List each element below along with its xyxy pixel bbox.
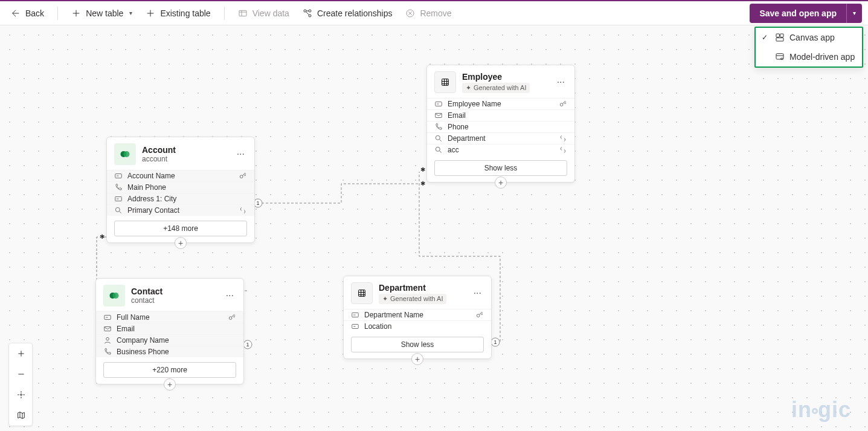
table-row[interactable]: Location xyxy=(344,320,491,332)
table-row[interactable]: Address 1: City xyxy=(107,193,254,204)
canvas-app-label: Canvas app xyxy=(789,33,835,42)
show-more-button[interactable]: +220 more xyxy=(103,362,236,378)
card-title: Contact xyxy=(131,287,162,296)
table-card-department[interactable]: Department ✦ Generated with AI ··· Depar… xyxy=(343,276,492,359)
table-grid-icon xyxy=(351,282,373,304)
lookup-link-icon xyxy=(239,206,247,215)
new-table-button[interactable]: New table ▾ xyxy=(66,6,137,21)
create-relationships-button[interactable]: Create relationships xyxy=(298,6,397,21)
svg-rect-0 xyxy=(239,10,246,16)
fit-view-button[interactable] xyxy=(9,384,33,405)
canvas-app-option[interactable]: ✓ Canvas app xyxy=(756,28,862,47)
svg-point-9 xyxy=(780,58,783,60)
watermark-logo: ingic xyxy=(791,397,851,423)
text-field-icon xyxy=(434,100,443,108)
add-column-button[interactable]: + xyxy=(175,237,187,249)
lookup-link-icon xyxy=(559,146,567,154)
remove-button: Remove xyxy=(400,6,456,21)
text-field-icon xyxy=(351,322,359,331)
existing-table-button[interactable]: Existing table xyxy=(141,6,215,21)
minimap-button[interactable] xyxy=(9,405,33,426)
zoom-in-button[interactable] xyxy=(9,343,33,364)
relationships-icon xyxy=(303,8,312,18)
lookup-link-icon xyxy=(559,134,567,143)
svg-point-41 xyxy=(21,394,22,396)
view-data-button: View data xyxy=(233,6,294,21)
table-row[interactable]: Department xyxy=(427,132,574,144)
card-subtitle: account xyxy=(142,155,176,163)
existing-table-label: Existing table xyxy=(160,8,210,18)
card-menu-button[interactable]: ··· xyxy=(471,287,484,300)
chevron-down-icon: ▾ xyxy=(853,10,856,16)
top-toolbar: Back New table ▾ Existing table View dat… xyxy=(0,1,868,25)
model-driven-label: Model-driven app xyxy=(789,52,855,62)
table-row[interactable]: Company Name xyxy=(96,334,243,346)
svg-point-20 xyxy=(124,151,130,157)
table-row[interactable]: Main Phone xyxy=(107,181,254,193)
phone-icon xyxy=(434,123,443,131)
erd-canvas[interactable]: ✱ ✱ 1 ✱ 1 1 Account account ··· Account … xyxy=(0,25,868,431)
table-row[interactable]: Department Name xyxy=(344,309,491,320)
key-icon xyxy=(475,311,484,319)
table-row[interactable]: Business Phone xyxy=(96,346,243,357)
save-and-open-split-button[interactable]: Save and open app ▾ xyxy=(750,4,862,23)
mail-icon xyxy=(103,325,112,333)
card-title: Account xyxy=(142,145,176,155)
card-menu-button[interactable]: ··· xyxy=(234,147,247,161)
table-grid-icon xyxy=(434,71,456,93)
model-driven-icon xyxy=(775,52,785,62)
person-icon xyxy=(103,336,112,345)
svg-rect-7 xyxy=(776,38,783,41)
svg-point-35 xyxy=(436,135,440,140)
save-button[interactable]: Save and open app xyxy=(750,4,846,23)
create-relationships-label: Create relationships xyxy=(317,8,393,18)
zoom-out-button[interactable] xyxy=(9,364,33,384)
table-row[interactable]: Phone xyxy=(427,121,574,132)
check-icon: ✓ xyxy=(762,33,770,42)
sparkle-icon: ✦ xyxy=(466,84,471,92)
svg-rect-34 xyxy=(436,114,442,118)
svg-text:1: 1 xyxy=(246,342,249,348)
table-row[interactable]: Email xyxy=(96,323,243,334)
table-row[interactable]: Primary Contact xyxy=(107,204,254,216)
canvas-app-icon xyxy=(775,33,785,42)
table-row[interactable]: Email xyxy=(427,109,574,121)
table-card-employee[interactable]: Employee ✦ Generated with AI ··· Employe… xyxy=(426,65,575,183)
canvas-tools xyxy=(8,343,33,426)
add-column-button[interactable]: + xyxy=(411,353,423,365)
svg-point-28 xyxy=(229,317,232,320)
model-driven-app-option[interactable]: Model-driven app xyxy=(756,47,862,66)
card-menu-button[interactable]: ··· xyxy=(555,76,567,89)
svg-rect-29 xyxy=(104,327,111,331)
add-column-button[interactable]: + xyxy=(164,378,176,390)
arrow-left-icon xyxy=(11,8,21,18)
show-more-button[interactable]: +148 more xyxy=(114,221,247,236)
table-row[interactable]: acc xyxy=(427,144,574,155)
card-menu-button[interactable]: ··· xyxy=(223,289,236,302)
table-row[interactable]: Employee Name xyxy=(427,98,574,109)
text-field-icon xyxy=(351,311,359,319)
save-split-arrow[interactable]: ▾ xyxy=(846,4,862,23)
dataverse-icon xyxy=(114,143,136,165)
text-field-icon xyxy=(103,313,112,322)
save-app-dropdown: ✓ Canvas app Model-driven app xyxy=(754,27,863,68)
card-title: Employee xyxy=(462,72,530,82)
show-less-button[interactable]: Show less xyxy=(434,160,567,176)
table-card-contact[interactable]: Contact contact ··· Full Name Email Comp… xyxy=(95,278,244,384)
add-column-button[interactable]: + xyxy=(495,177,507,189)
svg-text:✱: ✱ xyxy=(420,166,425,173)
back-button[interactable]: Back xyxy=(6,6,49,21)
svg-rect-6 xyxy=(780,34,783,37)
svg-rect-31 xyxy=(442,79,449,86)
svg-rect-37 xyxy=(359,290,365,297)
svg-point-26 xyxy=(113,293,119,299)
svg-point-17 xyxy=(491,338,500,346)
table-card-account[interactable]: Account account ··· Account Name Main Ph… xyxy=(106,137,255,243)
table-row[interactable]: Account Name xyxy=(107,170,254,181)
svg-point-36 xyxy=(436,147,440,151)
table-row[interactable]: Full Name xyxy=(96,311,243,323)
mail-icon xyxy=(434,111,443,120)
phone-icon xyxy=(114,183,123,192)
phone-icon xyxy=(103,348,112,356)
show-less-button[interactable]: Show less xyxy=(351,337,484,352)
